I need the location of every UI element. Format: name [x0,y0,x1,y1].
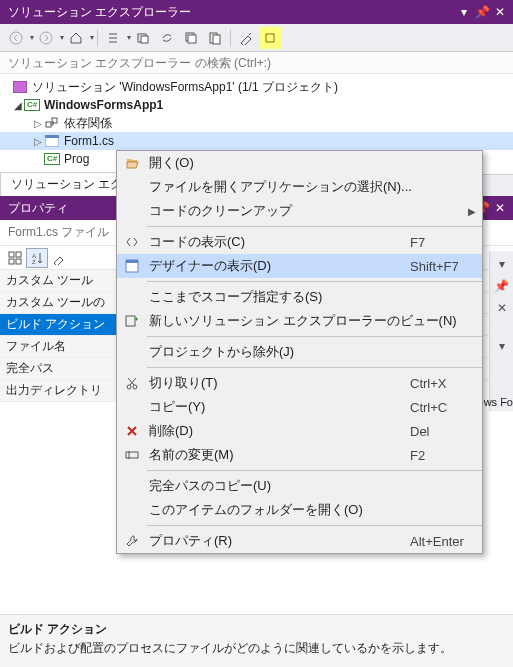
menu-item[interactable]: ここまでスコープ指定する(S) [117,285,482,309]
menu-item[interactable]: 削除(D)Del [117,419,482,443]
svg-rect-16 [9,259,14,264]
svg-rect-9 [13,81,27,93]
menu-item-shortcut: Del [402,424,472,439]
show-all-files-button[interactable] [204,27,226,49]
home-caret-icon[interactable]: ▾ [90,33,94,42]
properties-icon[interactable] [235,27,257,49]
svg-rect-14 [9,252,14,257]
sync-button[interactable] [156,27,178,49]
property-key[interactable]: ファイル名 [0,336,130,358]
dependencies-icon [44,116,60,130]
svg-point-23 [127,385,131,389]
menu-item[interactable]: コピー(Y)Ctrl+C [117,395,482,419]
properties-description: ビルド アクション ビルドおよび配置のプロセスにファイルがどのように関連している… [0,614,513,667]
menu-item[interactable]: コードの表示(C)F7 [117,230,482,254]
menu-separator [147,525,482,526]
menu-item[interactable]: 名前の変更(M)F2 [117,443,482,467]
menu-item-label: 開く(O) [147,154,472,172]
expand-icon[interactable]: ▷ [32,136,44,147]
svg-rect-7 [213,35,220,44]
svg-rect-8 [266,34,274,42]
svg-rect-2 [138,34,146,42]
categorized-button[interactable] [4,248,26,268]
svg-rect-3 [141,36,148,43]
wrench-icon [117,534,147,548]
property-key[interactable]: 完全パス [0,358,130,380]
property-key[interactable]: カスタム ツール [0,270,130,292]
pin-icon[interactable]: 📌 [490,277,513,295]
form-icon [44,134,60,148]
pin-icon[interactable]: 📌 [475,5,489,19]
properties-wrench-icon[interactable] [48,248,70,268]
svg-point-1 [40,32,52,44]
search-input[interactable] [8,56,505,70]
menu-item-label: プロジェクトから除外(J) [147,343,472,361]
svg-rect-17 [16,259,21,264]
switch-views-caret-icon[interactable]: ▾ [127,33,131,42]
forward-history-caret-icon[interactable]: ▾ [60,33,64,42]
delete-icon [117,424,147,438]
menu-item[interactable]: プロパティ(R)Alt+Enter [117,529,482,553]
home-button[interactable] [65,27,87,49]
menu-item-label: 切り取り(T) [147,374,402,392]
pending-changes-button[interactable] [132,27,154,49]
properties-title: プロパティ [8,200,68,217]
newview-icon [117,314,147,328]
design-icon [117,259,147,273]
context-menu[interactable]: 開く(O)ファイルを開くアプリケーションの選択(N)...コードのクリーンアップ… [116,150,483,554]
collapse-all-button[interactable] [180,27,202,49]
menu-separator [147,226,482,227]
svg-rect-22 [126,316,135,326]
menu-item-label: 新しいソリューション エクスプローラーのビュー(N) [147,312,472,330]
rename-icon [117,448,147,462]
menu-item[interactable]: 開く(O) [117,151,482,175]
close-icon[interactable]: ✕ [493,5,507,19]
property-key[interactable]: カスタム ツールの [0,292,130,314]
dropdown-icon[interactable]: ▾ [490,337,513,355]
switch-views-button[interactable] [102,27,124,49]
menu-item[interactable]: ファイルを開くアプリケーションの選択(N)... [117,175,482,199]
menu-item[interactable]: このアイテムのフォルダーを開く(O) [117,498,482,522]
dependencies-node[interactable]: ▷ 依存関係 [0,114,513,132]
menu-item[interactable]: プロジェクトから除外(J) [117,340,482,364]
back-button[interactable] [5,27,27,49]
property-key[interactable]: ビルド アクション [0,314,130,336]
menu-item-label: 削除(D) [147,422,402,440]
project-label: WindowsFormsApp1 [44,98,163,112]
solution-icon [12,80,28,94]
dropdown-icon[interactable]: ▾ [490,255,513,273]
svg-text:Z: Z [32,259,36,265]
solution-explorer-title: ソリューション エクスプローラー [8,4,191,21]
back-history-caret-icon[interactable]: ▾ [30,33,34,42]
menu-item-label: デザイナーの表示(D) [147,257,402,275]
dropdown-icon[interactable]: ▾ [457,5,471,19]
expand-icon[interactable]: ◢ [12,100,24,111]
menu-item[interactable]: 完全パスのコピー(U) [117,474,482,498]
menu-item[interactable]: デザイナーの表示(D)Shift+F7 [117,254,482,278]
svg-rect-4 [186,33,194,41]
solution-label: ソリューション 'WindowsFormsApp1' (1/1 プロジェクト) [32,79,338,96]
form1-node[interactable]: ▷ Form1.cs [0,132,513,150]
close-icon[interactable]: ✕ [490,299,513,317]
menu-item[interactable]: 新しいソリューション エクスプローラーのビュー(N) [117,309,482,333]
menu-item[interactable]: コードのクリーンアップ▶ [117,199,482,223]
solution-explorer-toolbar: ▾ ▾ ▾ ▾ [0,24,513,52]
forward-button[interactable] [35,27,57,49]
menu-item-label: ここまでスコープ指定する(S) [147,288,472,306]
expand-icon[interactable]: ▷ [32,118,44,129]
submenu-arrow-icon: ▶ [468,206,476,217]
properties-description-title: ビルド アクション [8,621,505,638]
menu-item[interactable]: 切り取り(T)Ctrl+X [117,371,482,395]
svg-rect-5 [188,35,196,43]
preview-selected-button[interactable] [259,27,281,49]
svg-rect-6 [210,33,217,43]
property-key[interactable]: 出力ディレクトリ [0,380,130,402]
solution-node[interactable]: ソリューション 'WindowsFormsApp1' (1/1 プロジェクト) [0,78,513,96]
svg-rect-15 [16,252,21,257]
close-icon[interactable]: ✕ [493,201,507,215]
menu-item-label: 名前の変更(M) [147,446,402,464]
project-node[interactable]: ◢ C# WindowsFormsApp1 [0,96,513,114]
svg-point-24 [133,385,137,389]
dependencies-label: 依存関係 [64,115,112,132]
alphabetical-button[interactable]: AZ [26,248,48,268]
